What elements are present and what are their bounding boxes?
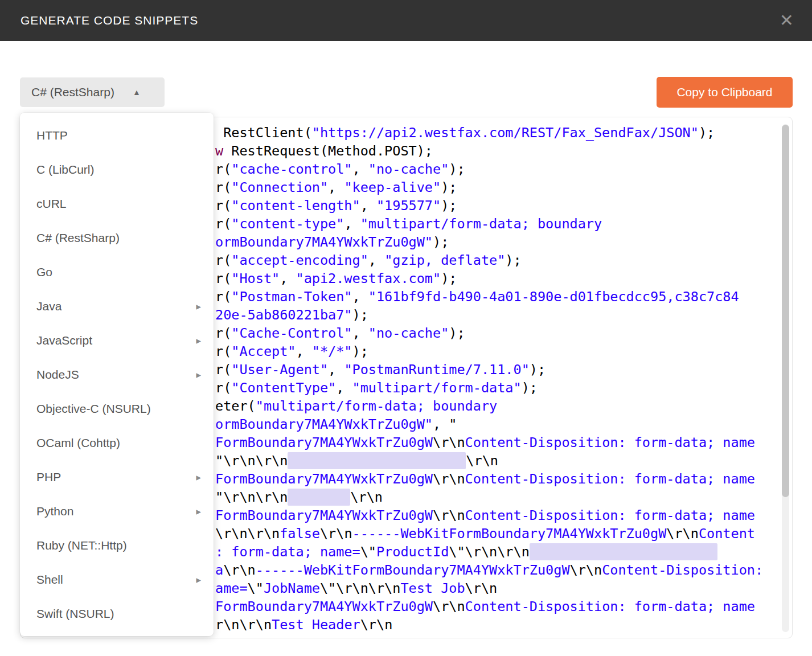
code-string: "https://api2.westfax.com/REST/Fax_SendF… xyxy=(312,125,699,141)
menu-item-go[interactable]: Go xyxy=(20,255,214,289)
code-string: Content xyxy=(699,526,755,542)
menu-item-label: PHP xyxy=(36,470,196,484)
code-line: FormBoundary7MA4YWxkTrZu0gW\r\nContent-D… xyxy=(215,433,776,452)
code-text: ); xyxy=(449,161,465,177)
code-string: FormBoundary7MA4YWxkTrZu0gW xyxy=(215,471,433,487)
code-string: Content-Disposition: form-data; name xyxy=(465,507,755,523)
code-text: ); xyxy=(530,362,546,378)
menu-item-ruby-net-http[interactable]: Ruby (NET::Http) xyxy=(20,528,214,563)
code-string: "multipart/form-data" xyxy=(352,380,522,396)
code-text: \r\n xyxy=(433,598,465,614)
modal-title: GENERATE CODE SNIPPETS xyxy=(20,14,198,27)
code-string: "content-length" xyxy=(231,198,360,214)
code-text: r( xyxy=(215,289,231,305)
code-text: r( xyxy=(215,179,231,195)
code-string: ------WebKitFormBoundary7MA4YWxkTrZu0gW xyxy=(256,562,570,578)
language-menu: HTTPC (LibCurl)cURLC# (RestSharp)GoJava▸… xyxy=(20,113,214,636)
code-string: "api2.westfax.com" xyxy=(296,270,441,286)
redacted-text xyxy=(288,452,466,469)
code-string: "multipart/form-data; boundary xyxy=(256,398,497,414)
code-text: r( xyxy=(215,270,231,286)
code-line: "\r\n\r\n\r\n xyxy=(215,488,776,506)
code-line: ormBoundary7MA4YWxkTrZu0gW", " xyxy=(215,415,776,433)
menu-item-label: C (LibCurl) xyxy=(36,163,201,177)
language-selector-button[interactable]: C# (RestSharp) ▲ xyxy=(20,77,165,107)
menu-item-php[interactable]: PHP▸ xyxy=(20,460,214,494)
menu-item-ocaml-cohttp[interactable]: OCaml (Cohttp) xyxy=(20,426,214,460)
menu-item-objective-c-nsurl[interactable]: Objective-C (NSURL) xyxy=(20,392,214,426)
code-string: "Cache-Control" xyxy=(231,325,352,341)
code-text: \r\n xyxy=(320,526,352,542)
code-line: r("Cache-Control", "no-cache"); xyxy=(215,324,776,342)
code-text: \r\n xyxy=(466,453,498,469)
code-keyword: w xyxy=(215,143,223,159)
code-string: "161bf9fd-b490-4a01-890e-d01fbecdcc95,c3… xyxy=(368,289,739,305)
menu-item-http[interactable]: HTTP xyxy=(20,118,214,153)
code-string: "Connection" xyxy=(231,179,328,195)
code-text: , xyxy=(360,198,376,214)
menu-item-curl[interactable]: cURL xyxy=(20,187,214,221)
code-text: r( xyxy=(215,362,231,378)
code-text: r( xyxy=(215,343,231,359)
scrollbar-track[interactable] xyxy=(782,124,789,632)
scrollbar-thumb[interactable] xyxy=(782,125,789,497)
code-line: r("Host", "api2.westfax.com"); xyxy=(215,269,776,288)
code-text: ); xyxy=(441,270,457,286)
code-line: r("content-type", "multipart/form-data; … xyxy=(215,215,776,233)
code-text: , xyxy=(280,270,296,286)
code-string: ormBoundary7MA4YWxkTrZu0gW" xyxy=(215,416,433,432)
code-line: eter("multipart/form-data; boundary xyxy=(215,397,776,415)
menu-item-python[interactable]: Python▸ xyxy=(20,494,214,528)
generate-code-snippets-modal: GENERATE CODE SNIPPETS ✕ C# (RestSharp) … xyxy=(0,0,812,656)
menu-item-nodejs[interactable]: NodeJS▸ xyxy=(20,358,214,392)
code-text: \r\n xyxy=(360,617,393,633)
menu-item-label: Go xyxy=(36,265,201,279)
menu-item-label: Python xyxy=(36,505,196,518)
code-text: r( xyxy=(215,216,231,232)
menu-item-label: Swift (NSURL) xyxy=(36,607,201,621)
code-string: FormBoundary7MA4YWxkTrZu0gW xyxy=(215,507,433,523)
code-text: \r\n xyxy=(223,562,256,578)
menu-item-swift-nsurl[interactable]: Swift (NSURL) xyxy=(20,597,214,631)
code-text: \r\n xyxy=(433,434,465,450)
submenu-arrow-icon: ▸ xyxy=(196,506,201,518)
code-string: 20e-5ab860221ba7" xyxy=(215,307,352,323)
code-text: , xyxy=(352,289,368,305)
code-text: ); xyxy=(449,325,465,341)
code-text: ); xyxy=(352,343,368,359)
language-selector-value: C# (RestSharp) xyxy=(31,85,114,99)
code-line: FormBoundary7MA4YWxkTrZu0gW\r\nContent-D… xyxy=(215,506,776,524)
code-line: "\r\n\r\n\r\n xyxy=(215,452,776,470)
code-line: FormBoundary7MA4YWxkTrZu0gW\r\nContent-D… xyxy=(215,597,776,616)
menu-item-c-restsharp[interactable]: C# (RestSharp) xyxy=(20,221,214,255)
code-line: r\n\r\nTest Header\r\n xyxy=(215,616,776,634)
copy-to-clipboard-button[interactable]: Copy to Clipboard xyxy=(657,77,793,108)
code-text: ); xyxy=(441,179,457,195)
menu-item-shell[interactable]: Shell▸ xyxy=(20,563,214,597)
menu-item-java[interactable]: Java▸ xyxy=(20,289,214,323)
submenu-arrow-icon: ▸ xyxy=(196,335,201,347)
code-string: Test Job xyxy=(400,580,465,596)
code-text: r( xyxy=(215,252,231,268)
code-string: a xyxy=(215,562,223,578)
code-text: \"\r\n\r\n xyxy=(449,544,529,560)
code-text: \r\n xyxy=(433,507,465,523)
code-string: FormBoundary7MA4YWxkTrZu0gW xyxy=(215,434,433,450)
code-text: , xyxy=(352,161,368,177)
code-line: 20e-5ab860221ba7"); xyxy=(215,306,776,324)
code-string: "multipart/form-data; boundary xyxy=(360,216,602,232)
code-text: \" xyxy=(248,580,264,596)
code-line: r("accept-encoding", "gzip, deflate"); xyxy=(215,251,776,269)
code-line: r("cache-control", "no-cache"); xyxy=(215,160,776,178)
menu-item-c-libcurl[interactable]: C (LibCurl) xyxy=(20,153,214,187)
menu-item-label: HTTP xyxy=(36,129,201,142)
menu-item-label: C# (RestSharp) xyxy=(36,231,201,245)
menu-item-javascript[interactable]: JavaScript▸ xyxy=(20,323,214,358)
close-icon[interactable]: ✕ xyxy=(780,12,794,29)
code-line: r("ContentType", "multipart/form-data"); xyxy=(215,379,776,397)
code-text: r( xyxy=(215,161,231,177)
code-string: : form-data; name= xyxy=(215,544,360,560)
code-string: Content-Disposition: xyxy=(602,562,763,578)
code-line: r("Accept", "*/*"); xyxy=(215,342,776,360)
code-string: "keep-alive" xyxy=(344,179,441,195)
